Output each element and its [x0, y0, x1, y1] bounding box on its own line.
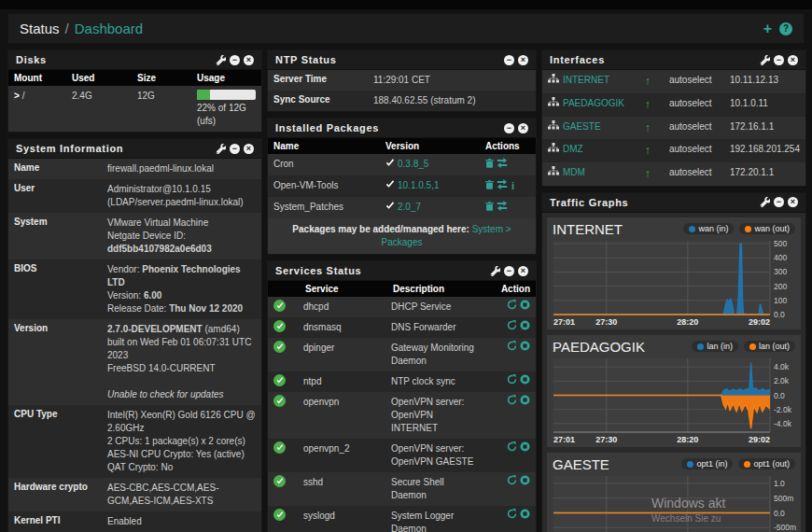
restart-service-icon[interactable] — [507, 475, 517, 489]
service-status-cell — [268, 439, 300, 472]
status-up-arrow-icon: ↑ — [645, 144, 651, 157]
package-name: Open-VM-Tools — [268, 175, 380, 197]
reinstall-icon[interactable] — [497, 201, 508, 215]
breadcrumb-section[interactable]: Status — [20, 21, 60, 36]
restart-service-icon[interactable] — [507, 300, 517, 314]
close-icon[interactable]: × — [518, 123, 528, 133]
stop-service-icon[interactable] — [520, 475, 530, 489]
restart-service-icon[interactable] — [507, 374, 517, 388]
row-value: Administrator@10.1.0.15 (LDAP/server.pae… — [102, 179, 261, 213]
service-description: DNS Forwarder — [387, 317, 485, 338]
check-icon — [385, 202, 395, 212]
package-actions — [480, 197, 536, 218]
disk-size: 12G — [132, 86, 191, 132]
minimize-icon[interactable]: − — [504, 55, 514, 65]
stop-service-icon[interactable] — [520, 374, 530, 388]
minimize-icon[interactable]: − — [774, 197, 784, 207]
interface-name-cell: GAESTE — [542, 117, 639, 140]
value-line: Intel(R) Xeon(R) Gold 6126 CPU @ 2.60GHz — [107, 409, 256, 435]
close-icon[interactable]: × — [788, 55, 798, 65]
table-row: Server Time11:29:01 CET — [268, 70, 536, 91]
minimize-icon[interactable]: − — [774, 55, 784, 65]
interface-address: 172.20.1.1 — [724, 162, 805, 186]
interface-name-link[interactable]: MDM — [563, 167, 585, 177]
breadcrumb-separator: / — [65, 21, 69, 36]
stop-service-icon[interactable] — [520, 395, 530, 409]
restart-service-icon[interactable] — [507, 341, 517, 355]
minimize-icon[interactable]: − — [230, 144, 240, 154]
uninstall-trash-icon[interactable] — [485, 202, 494, 215]
check-icon — [385, 180, 395, 190]
service-status-cell — [268, 472, 300, 506]
stop-service-icon[interactable] — [520, 509, 530, 523]
settings-wrench-icon[interactable] — [490, 266, 500, 276]
expand-icon[interactable]: > — [14, 91, 22, 101]
settings-wrench-icon[interactable] — [760, 55, 770, 65]
restart-service-icon[interactable] — [507, 441, 517, 455]
close-icon[interactable]: × — [518, 266, 528, 276]
row-label: Hardware crypto — [8, 478, 102, 511]
panel-interfaces: Interfaces −× INTERNET↑autoselect10.11.1… — [541, 49, 806, 187]
svg-text:27:30: 27:30 — [595, 317, 617, 327]
interface-media: autoselect — [664, 93, 724, 117]
settings-wrench-icon[interactable] — [216, 144, 226, 154]
stop-service-icon[interactable] — [520, 300, 530, 314]
reinstall-icon[interactable] — [497, 179, 508, 193]
settings-wrench-icon[interactable] — [760, 197, 770, 207]
restart-service-icon[interactable] — [507, 509, 517, 523]
uninstall-trash-icon[interactable] — [485, 159, 494, 172]
minimize-icon[interactable]: − — [230, 55, 240, 65]
panel-title: Installed Packages — [275, 122, 379, 133]
column-header: Size — [132, 70, 191, 86]
stop-service-icon[interactable] — [520, 441, 530, 455]
interface-address: 10.11.12.13 — [724, 70, 805, 93]
chart-header: GAESTEopt1 (in)opt1 (out) — [551, 455, 797, 472]
restart-service-icon[interactable] — [507, 320, 517, 334]
table-row: SystemVMware Virtual MachineNetgate Devi… — [8, 213, 261, 259]
service-row: sshdSecure Shell Daemon — [268, 472, 536, 506]
uninstall-trash-icon[interactable] — [485, 180, 494, 193]
package-version[interactable]: 2.0_7 — [398, 202, 421, 212]
close-icon[interactable]: × — [788, 197, 798, 207]
interface-name-link[interactable]: GAESTE — [563, 121, 601, 132]
service-description: OpenVPN server: OpenVPN INTERNET — [387, 392, 485, 439]
restart-service-icon[interactable] — [507, 395, 517, 409]
interface-status-cell: ↑ — [639, 162, 664, 186]
stop-service-icon[interactable] — [520, 341, 530, 355]
panel-title: Interfaces — [550, 54, 605, 65]
close-icon[interactable]: × — [244, 55, 254, 65]
row-value: Vendor: Phoenix Technologies LTDVersion:… — [102, 259, 261, 319]
stop-service-icon[interactable] — [520, 320, 530, 334]
network-sitemap-icon — [548, 121, 559, 132]
minimize-icon[interactable]: − — [504, 266, 514, 276]
traffic-graph-paedagogik: PAEDAGOGIKlan (in)lan (out)4.0k2.0k0.0-2… — [547, 335, 801, 447]
help-icon[interactable]: ? — [779, 22, 792, 35]
reinstall-icon[interactable] — [497, 158, 508, 172]
add-widget-icon[interactable]: + — [763, 22, 772, 35]
status-running-icon — [273, 374, 286, 386]
column-header: Description — [387, 281, 485, 297]
interface-name-link[interactable]: PAEDAGOGIK — [563, 98, 624, 108]
svg-text:-2.0k: -2.0k — [774, 405, 792, 414]
interface-media: autoselect — [664, 117, 724, 140]
disk-mount-cell: > / — [8, 86, 66, 132]
breadcrumb-page[interactable]: Dashboard — [75, 21, 143, 36]
service-row: dpingerGateway Monitoring Daemon — [268, 338, 536, 371]
column-right: Interfaces −× INTERNET↑autoselect10.11.1… — [541, 49, 806, 532]
disk-used: 2.4G — [66, 86, 132, 132]
package-version-cell: 0.3.8_5 — [380, 154, 480, 175]
row-label: BIOS — [8, 259, 102, 319]
value-line: AES-CBC,AES-CCM,AES-GCM,AES-ICM,AES-XTS — [107, 482, 256, 508]
close-icon[interactable]: × — [244, 144, 254, 154]
close-icon[interactable]: × — [518, 55, 528, 65]
minimize-icon[interactable]: − — [504, 123, 514, 133]
package-info-icon[interactable]: i — [511, 179, 515, 193]
value-line: VMware Virtual Machine — [107, 217, 256, 230]
legend-dot — [687, 461, 693, 468]
package-version[interactable]: 0.3.8_5 — [398, 159, 428, 169]
interface-name-link[interactable]: DMZ — [563, 144, 583, 154]
interface-name-link[interactable]: INTERNET — [563, 75, 609, 85]
package-version[interactable]: 10.1.0.5,1 — [398, 180, 439, 190]
chart-legend: wan (in)wan (out) — [683, 223, 795, 234]
settings-wrench-icon[interactable] — [216, 55, 226, 65]
